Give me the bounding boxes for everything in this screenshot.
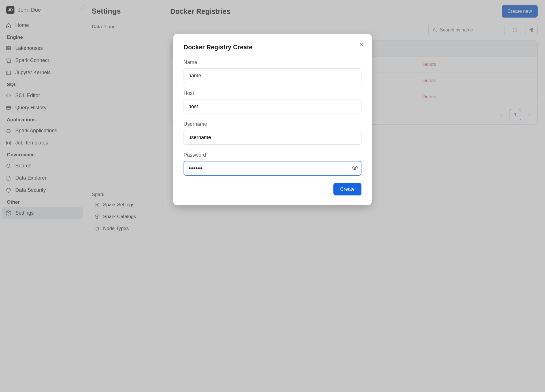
username-input[interactable]	[184, 130, 361, 145]
name-label: Name	[184, 59, 361, 65]
password-label: Password	[184, 152, 361, 158]
name-input[interactable]	[184, 68, 361, 83]
eye-off-icon	[352, 165, 358, 171]
username-label: Username	[184, 121, 361, 127]
host-input[interactable]	[184, 99, 361, 114]
close-button[interactable]	[359, 41, 364, 48]
close-icon	[359, 41, 364, 47]
modal-title: Docker Registry Create	[184, 44, 361, 51]
create-registry-modal: Docker Registry Create Name Host Usernam…	[173, 34, 372, 205]
host-label: Host	[184, 90, 361, 96]
password-input[interactable]	[184, 161, 361, 176]
toggle-password-button[interactable]	[352, 165, 358, 172]
create-button[interactable]: Create	[333, 183, 361, 195]
modal-overlay[interactable]: Docker Registry Create Name Host Usernam…	[0, 0, 545, 392]
